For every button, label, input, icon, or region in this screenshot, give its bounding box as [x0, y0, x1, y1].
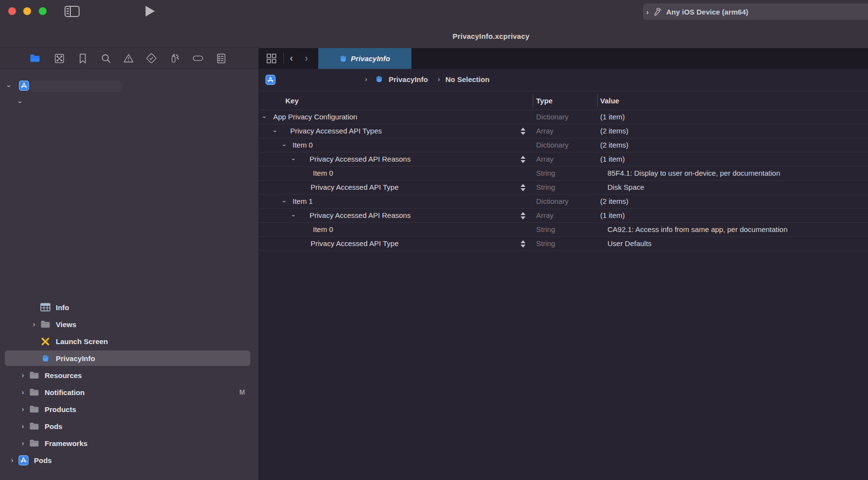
selection-highlight: [5, 435, 250, 451]
sidebar-item-pods[interactable]: › Pods: [0, 418, 259, 434]
navigator-sidebar: › › Info › Views Launch Screen PrivacyIn…: [0, 48, 259, 480]
chevron-right-icon[interactable]: ›: [9, 456, 16, 464]
close-button[interactable]: [8, 7, 16, 15]
file-label: Notification: [45, 388, 85, 397]
row-value[interactable]: (2 items): [600, 127, 628, 135]
row-type[interactable]: String: [536, 183, 555, 191]
sidebar-item-frameworks[interactable]: › Frameworks: [0, 435, 259, 451]
row-key[interactable]: Privacy Accessed API Reasons: [310, 211, 410, 219]
row-type[interactable]: Array: [536, 127, 554, 135]
row-value[interactable]: User Defaults: [607, 239, 652, 248]
row-type[interactable]: Array: [536, 211, 554, 219]
stepper-icon[interactable]: [520, 212, 526, 219]
row-key[interactable]: Privacy Accessed API Type: [311, 183, 398, 191]
row-key[interactable]: Item 0: [313, 225, 333, 233]
table-row[interactable]: › Item 0 String CA92.1: Access info from…: [259, 223, 868, 237]
column-divider[interactable]: [533, 94, 533, 107]
breadcrumb-item-selection[interactable]: No Selection: [445, 75, 490, 83]
column-header-value[interactable]: Value: [600, 97, 619, 105]
row-key[interactable]: Privacy Accessed API Reasons: [310, 155, 410, 163]
row-value[interactable]: 85F4.1: Display to user on-device, per d…: [607, 169, 780, 177]
row-type[interactable]: Dictionary: [536, 197, 569, 205]
row-key[interactable]: Item 1: [293, 197, 313, 205]
table-row[interactable]: › Item 0 String 85F4.1: Display to user …: [259, 166, 868, 181]
disclosure-chevron-icon[interactable]: ›: [281, 144, 288, 146]
row-value[interactable]: Disk Space: [607, 183, 644, 191]
sidebar-toggle-icon[interactable]: [65, 6, 80, 17]
table-header: Key Type Value: [259, 91, 868, 110]
chevron-right-icon[interactable]: ›: [19, 439, 26, 447]
row-value[interactable]: (1 item): [600, 113, 625, 121]
disclosure-chevron-icon[interactable]: ›: [272, 130, 279, 132]
disclosure-chevron-icon[interactable]: ›: [290, 158, 297, 160]
table-row[interactable]: › App Privacy Configuration Dictionary (…: [259, 110, 868, 124]
launch-icon: [40, 336, 50, 347]
table-row[interactable]: › Privacy Accessed API Reasons Array (1 …: [259, 152, 868, 166]
table-row[interactable]: › Privacy Accessed API Reasons Array (1 …: [259, 209, 868, 223]
column-header-type[interactable]: Type: [536, 97, 553, 105]
file-label: Views: [56, 320, 76, 329]
play-icon[interactable]: [146, 6, 155, 17]
table-row[interactable]: › Privacy Accessed API Type String Disk …: [259, 181, 868, 195]
file-label: Pods: [45, 422, 63, 430]
stepper-icon[interactable]: [520, 128, 526, 135]
row-key[interactable]: Privacy Accessed API Types: [290, 127, 382, 135]
status-badge: M: [239, 388, 245, 396]
row-value[interactable]: (2 items): [600, 197, 628, 205]
row-type[interactable]: String: [536, 225, 555, 233]
row-type[interactable]: String: [536, 239, 555, 248]
stepper-icon[interactable]: [520, 156, 526, 163]
sidebar-item-products[interactable]: › Products: [0, 401, 259, 417]
table-row[interactable]: › Item 1 Dictionary (2 items): [259, 195, 868, 209]
minimize-button[interactable]: [23, 7, 31, 15]
breadcrumb-item-file[interactable]: PrivacyInfo: [389, 75, 428, 83]
file-label: Launch Screen: [56, 337, 108, 346]
row-type[interactable]: String: [536, 169, 555, 177]
row-key[interactable]: Privacy Accessed API Type: [311, 239, 398, 248]
table-icon: [40, 302, 50, 313]
row-type[interactable]: Array: [536, 155, 554, 163]
row-type[interactable]: Dictionary: [536, 141, 569, 149]
row-value[interactable]: CA92.1: Access info from same app, per d…: [607, 225, 787, 233]
project-icon[interactable]: [265, 75, 276, 85]
toolbar: PrivacyInfo.xcprivacy › Any iOS Device (…: [0, 0, 868, 48]
hand-icon: [40, 353, 50, 364]
row-value[interactable]: (2 items): [600, 141, 628, 149]
chevron-right-icon[interactable]: ›: [19, 388, 26, 396]
sidebar-item-launch-screen[interactable]: Launch Screen: [0, 333, 259, 349]
table-row[interactable]: › Privacy Accessed API Types Array (2 it…: [259, 124, 868, 138]
zoom-button[interactable]: [39, 7, 47, 15]
sidebar-item-notification[interactable]: › Notification M: [0, 384, 259, 400]
disclosure-chevron-icon[interactable]: ›: [290, 215, 297, 216]
sidebar-item-views[interactable]: › Views: [0, 316, 259, 332]
sidebar-item-pods[interactable]: › Pods: [0, 452, 259, 468]
row-key[interactable]: Item 0: [293, 141, 313, 149]
sidebar-item-resources[interactable]: › Resources: [0, 367, 259, 383]
disclosure-chevron-icon[interactable]: ›: [261, 116, 268, 118]
chevron-right-icon[interactable]: ›: [31, 320, 37, 328]
sidebar-item-privacyinfo[interactable]: PrivacyInfo: [0, 350, 259, 366]
forward-chevron-icon[interactable]: ›: [305, 52, 308, 64]
row-key[interactable]: Item 0: [313, 169, 333, 177]
back-chevron-icon[interactable]: ‹: [290, 52, 293, 64]
stepper-icon[interactable]: [520, 240, 526, 248]
row-key[interactable]: App Privacy Configuration: [273, 113, 357, 121]
folder-icon: [29, 370, 39, 381]
table-row[interactable]: › Item 0 Dictionary (2 items): [259, 138, 868, 152]
stepper-icon[interactable]: [520, 184, 526, 191]
chevron-right-icon[interactable]: ›: [19, 422, 26, 430]
scheme-label: Any iOS Device (arm64): [666, 8, 748, 16]
column-divider[interactable]: [597, 94, 598, 107]
row-type[interactable]: Dictionary: [536, 113, 569, 121]
column-header-key[interactable]: Key: [285, 97, 299, 105]
tab-privacyinfo[interactable]: PrivacyInfo: [318, 48, 411, 69]
table-row[interactable]: › Privacy Accessed API Type String User …: [259, 237, 868, 251]
sidebar-item-info[interactable]: Info: [0, 299, 259, 315]
row-value[interactable]: (1 item): [600, 155, 625, 163]
chevron-right-icon[interactable]: ›: [19, 405, 26, 413]
row-value[interactable]: (1 item): [600, 211, 625, 219]
grid-icon[interactable]: [266, 53, 277, 64]
disclosure-chevron-icon[interactable]: ›: [281, 200, 288, 202]
scheme-selector[interactable]: › Any iOS Device (arm64): [643, 3, 868, 20]
chevron-right-icon[interactable]: ›: [19, 371, 26, 379]
